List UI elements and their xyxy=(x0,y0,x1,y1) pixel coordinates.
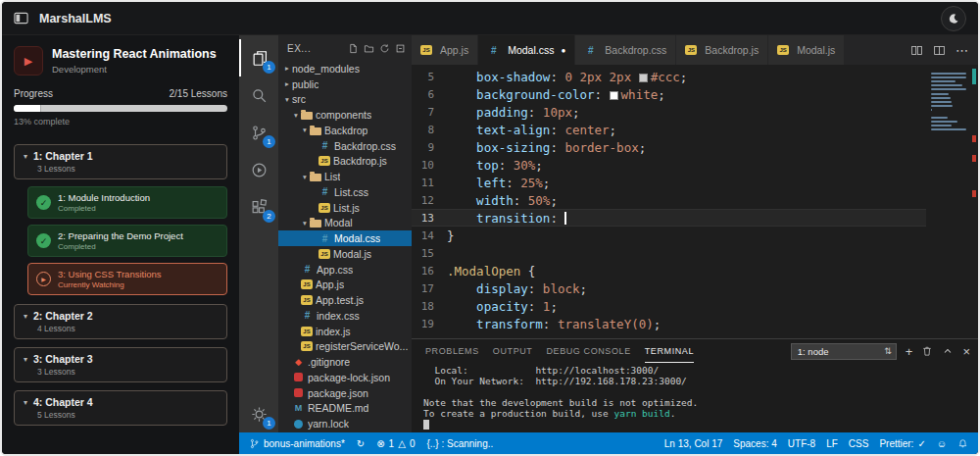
lesson-item[interactable]: ✓2: Preparing the Demo ProjectCompleted xyxy=(27,225,227,257)
js-icon xyxy=(318,156,330,166)
line-number: 6 xyxy=(412,88,447,101)
collapse-all-icon[interactable] xyxy=(395,43,406,54)
folder-row[interactable]: ▸public xyxy=(278,76,412,92)
panel-tab-problems[interactable]: PROBLEMS xyxy=(425,339,479,363)
folder-row[interactable]: ▾Modal xyxy=(278,216,412,231)
eol-setting[interactable]: LF xyxy=(826,438,838,449)
chapter-card[interactable]: ▾4: Chapter 45 Lessons xyxy=(14,390,227,426)
file-row[interactable]: List.js xyxy=(278,200,412,216)
search-icon xyxy=(250,86,269,105)
activity-settings-button[interactable]: 1 xyxy=(239,395,278,432)
editor-tab[interactable]: Backdrop.css xyxy=(575,35,676,65)
minimap[interactable] xyxy=(926,65,969,338)
problems-indicator[interactable]: ⊗ 1 △ 0 xyxy=(376,438,415,449)
code-editor[interactable]: 5 box-shadow: 0 2px 2px #ccc;6 backgroun… xyxy=(412,65,978,338)
panel-tab-output[interactable]: OUTPUT xyxy=(493,339,533,363)
editor-tab[interactable]: Modal.js xyxy=(768,35,845,65)
color-swatch xyxy=(610,91,618,100)
new-terminal-icon[interactable]: + xyxy=(906,345,913,358)
editor-area: App.jsModal.css●Backdrop.cssBackdrop.jsM… xyxy=(412,35,978,432)
file-row[interactable]: App.js xyxy=(278,278,412,293)
file-row[interactable]: App.test.js xyxy=(278,292,412,308)
file-row[interactable]: Backdrop.css xyxy=(278,138,412,154)
refresh-icon[interactable] xyxy=(379,43,390,54)
activity-explorer-button[interactable]: 1 xyxy=(239,39,278,76)
new-file-icon[interactable] xyxy=(348,43,359,54)
file-row[interactable]: index.css xyxy=(278,308,412,324)
editor-tabs: App.jsModal.css●Backdrop.cssBackdrop.jsM… xyxy=(412,35,845,65)
more-actions-icon[interactable]: ⋯ xyxy=(956,44,968,57)
panel-tab-terminal[interactable]: TERMINAL xyxy=(645,339,694,363)
branch-indicator[interactable]: bonus-animations* xyxy=(249,438,345,449)
scanning-status[interactable]: {..} : Scanning.. xyxy=(426,438,493,449)
chapter-card[interactable]: ▾2: Chapter 24 Lessons xyxy=(14,304,227,339)
language-mode[interactable]: CSS xyxy=(849,438,869,449)
new-folder-icon[interactable] xyxy=(364,43,374,54)
line-number: 7 xyxy=(412,106,447,119)
progress-fill xyxy=(14,105,41,112)
terminal-output[interactable]: Local: http://localhost:3000/ On Your Ne… xyxy=(412,363,978,432)
extensions-badge: 2 xyxy=(263,210,275,223)
activity-bar: 1 1 2 xyxy=(239,35,278,432)
folder-row[interactable]: ▾List xyxy=(278,169,412,184)
file-row[interactable]: List.css xyxy=(278,184,412,200)
line-number: 10 xyxy=(412,159,447,172)
folder-row[interactable]: ▸node_modules xyxy=(278,61,412,76)
code-lines: 5 box-shadow: 0 2px 2px #ccc;6 backgroun… xyxy=(412,65,926,338)
file-row[interactable]: package.json xyxy=(278,385,412,401)
editor-tab[interactable]: App.js xyxy=(412,35,478,65)
activity-search-button[interactable] xyxy=(239,76,278,114)
activity-source-control-button[interactable]: 1 xyxy=(239,114,278,151)
maximize-panel-icon[interactable] xyxy=(942,345,954,357)
encoding-setting[interactable]: UTF-8 xyxy=(788,438,815,449)
course-subtitle: Development xyxy=(52,64,217,75)
indentation-setting[interactable]: Spaces: 4 xyxy=(733,438,776,449)
line-number: 18 xyxy=(412,300,447,313)
folder-row[interactable]: ▾components xyxy=(278,107,412,123)
check-icon: ✓ xyxy=(917,438,925,449)
editor-tab[interactable]: Modal.css● xyxy=(478,35,575,65)
file-row[interactable]: Backdrop.js xyxy=(278,154,412,170)
file-row[interactable]: index.js xyxy=(278,324,412,339)
top-bar: MarshalLMS xyxy=(2,2,978,35)
kill-terminal-icon[interactable] xyxy=(921,345,933,357)
file-row[interactable]: package-lock.json xyxy=(278,370,412,385)
app-title: MarshalLMS xyxy=(39,12,112,25)
lesson-item[interactable]: ▶3: Using CSS TransitionsCurrently Watch… xyxy=(27,263,227,295)
chevron-down-icon: ▾ xyxy=(24,152,27,161)
progress-lessons: 2/15 Lessons xyxy=(170,88,228,99)
notifications-bell-icon[interactable] xyxy=(957,438,968,449)
file-row[interactable]: Modal.css xyxy=(278,230,412,246)
theme-toggle-button[interactable] xyxy=(941,6,966,31)
activity-debug-button[interactable] xyxy=(239,151,278,188)
terminal-select[interactable]: 1: node ⇅ xyxy=(791,343,897,360)
panel-tab-debug-console[interactable]: DEBUG CONSOLE xyxy=(546,339,630,363)
file-row[interactable]: App.css xyxy=(278,262,412,278)
chapter-card[interactable]: ▾3: Chapter 33 Lessons xyxy=(14,347,227,382)
folder-row[interactable]: ▾src xyxy=(278,92,412,108)
folder-row[interactable]: ▾Backdrop xyxy=(278,123,412,138)
close-panel-icon[interactable]: × xyxy=(962,345,970,358)
minimap-bar xyxy=(931,97,951,99)
sync-icon[interactable]: ↻ xyxy=(357,438,365,449)
file-row[interactable]: README.md xyxy=(278,401,412,417)
folder-name: Modal xyxy=(324,217,353,228)
open-changes-icon[interactable] xyxy=(910,44,923,57)
file-row[interactable]: Modal.js xyxy=(278,246,412,262)
minimap-bar xyxy=(931,125,952,127)
lesson-item[interactable]: ✓1: Module IntroductionCompleted xyxy=(27,186,227,219)
file-row[interactable]: .gitignore xyxy=(278,354,412,370)
split-editor-icon[interactable] xyxy=(933,44,946,57)
bottom-panel: PROBLEMSOUTPUTDEBUG CONSOLETERMINAL 1: n… xyxy=(412,338,978,432)
sidebar-toggle-icon[interactable] xyxy=(14,11,28,25)
feedback-smiley-icon[interactable]: ☺ xyxy=(937,438,947,449)
editor-tab[interactable]: Backdrop.js xyxy=(676,35,768,65)
moon-icon xyxy=(948,13,959,25)
file-row[interactable]: yarn.lock xyxy=(278,416,412,431)
chapter-card[interactable]: ▾1: Chapter 13 Lessons xyxy=(14,144,227,179)
prettier-status[interactable]: Prettier: ✓ xyxy=(879,438,925,449)
cursor-position[interactable]: Ln 13, Col 17 xyxy=(664,438,723,449)
modified-dot-icon: ● xyxy=(561,46,565,55)
activity-extensions-button[interactable]: 2 xyxy=(239,188,278,226)
file-row[interactable]: registerServiceWo... xyxy=(278,339,412,355)
